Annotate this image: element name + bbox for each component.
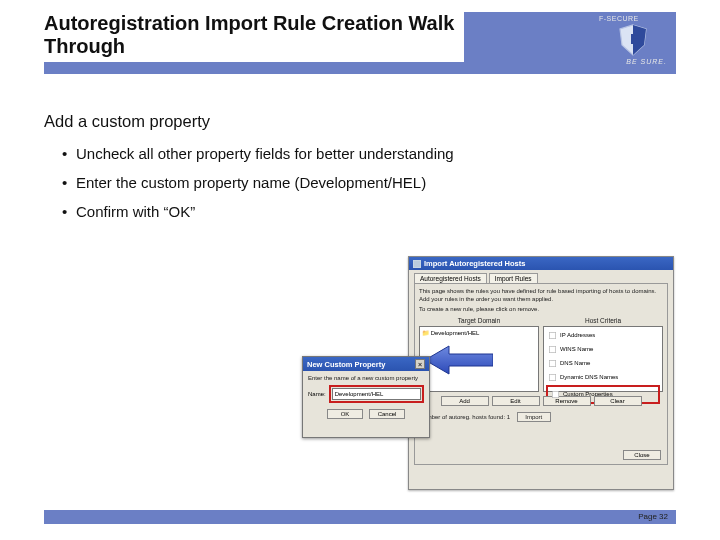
- new-custom-property-dialog: New Custom Property × Enter the name of …: [302, 356, 430, 438]
- svg-text:F: F: [630, 30, 639, 47]
- fsecure-logo: F-SECURE F BE SURE.: [599, 15, 667, 71]
- close-button[interactable]: Close: [623, 450, 661, 460]
- criteria-label: WINS Name: [560, 346, 593, 352]
- bullet-list: Uncheck all other property fields for be…: [44, 145, 664, 220]
- target-domain-header: Target Domain: [419, 317, 539, 324]
- hosts-found-value: 1: [507, 414, 510, 420]
- shield-icon: F: [616, 23, 650, 57]
- criteria-item: DNS Name: [546, 357, 660, 370]
- tab-import-rules[interactable]: Import Rules: [489, 273, 538, 283]
- close-icon[interactable]: ×: [415, 359, 425, 369]
- name-label: Name:: [308, 391, 326, 397]
- import-desc-2: To create a new rule, please click on re…: [419, 306, 663, 314]
- criteria-checkbox[interactable]: [549, 359, 556, 366]
- edit-button[interactable]: Edit: [492, 396, 540, 406]
- prop-dialog-title: New Custom Property: [307, 360, 385, 369]
- slide-content: Add a custom property Uncheck all other …: [44, 112, 664, 232]
- name-input-highlight: [329, 385, 424, 403]
- import-window-titlebar: Import Autoregistered Hosts: [409, 257, 673, 270]
- criteria-label: IP Addresses: [560, 332, 595, 338]
- tab-row: Autoregistered Hosts Import Rules: [409, 270, 673, 283]
- criteria-item: IP Addresses: [546, 329, 660, 342]
- criteria-label: DNS Name: [560, 360, 590, 366]
- logo-brand-text: F-SECURE: [599, 15, 667, 22]
- criteria-label: Dynamic DNS Names: [560, 374, 618, 380]
- slide-title-wrap: Autoregistration Import Rule Creation Wa…: [44, 10, 464, 62]
- callout-arrow-icon: [423, 344, 493, 376]
- clear-button[interactable]: Clear: [594, 396, 642, 406]
- slide-footer-bar: [44, 510, 676, 524]
- criteria-item: WINS Name: [546, 343, 660, 356]
- bullet-item: Uncheck all other property fields for be…: [62, 145, 664, 162]
- import-button[interactable]: Import: [517, 412, 551, 422]
- criteria-checkbox[interactable]: [549, 331, 556, 338]
- import-desc-1: This page shows the rules you have defin…: [419, 288, 663, 303]
- remove-button[interactable]: Remove: [543, 396, 591, 406]
- page-number: Page 32: [638, 512, 668, 521]
- domain-item[interactable]: 📁 Development/HEL: [422, 329, 536, 336]
- ok-button[interactable]: OK: [327, 409, 363, 419]
- rule-button-row: Add Edit Remove Clear: [419, 396, 663, 406]
- prop-dialog-text: Enter the name of a new custom property: [308, 375, 424, 381]
- bullet-item: Confirm with “OK”: [62, 203, 664, 220]
- cancel-button[interactable]: Cancel: [369, 409, 405, 419]
- host-criteria-header: Host Criteria: [543, 317, 663, 324]
- logo-tagline: BE SURE.: [599, 58, 667, 65]
- criteria-checkbox[interactable]: [549, 373, 556, 380]
- criteria-checkbox[interactable]: [549, 345, 556, 352]
- add-button[interactable]: Add: [441, 396, 489, 406]
- name-input[interactable]: [332, 388, 421, 400]
- prop-dialog-titlebar: New Custom Property ×: [303, 357, 429, 371]
- criteria-item: Dynamic DNS Names: [546, 371, 660, 384]
- window-icon: [413, 260, 421, 268]
- hosts-found-row: Number of autoreg. hosts found: 1 Import: [419, 412, 663, 422]
- subtitle: Add a custom property: [44, 112, 664, 131]
- tab-autoreg-hosts[interactable]: Autoregistered Hosts: [414, 273, 487, 283]
- domain-item-label: Development/HEL: [431, 330, 480, 336]
- criteria-checkbox[interactable]: [552, 390, 559, 397]
- bullet-item: Enter the custom property name (Developm…: [62, 174, 664, 191]
- hosts-found-label: Number of autoreg. hosts found:: [419, 414, 505, 420]
- import-window-title: Import Autoregistered Hosts: [424, 259, 525, 268]
- slide-title: Autoregistration Import Rule Creation Wa…: [44, 12, 464, 58]
- host-criteria-list[interactable]: IP Addresses WINS Name DNS Name Dynamic …: [543, 326, 663, 392]
